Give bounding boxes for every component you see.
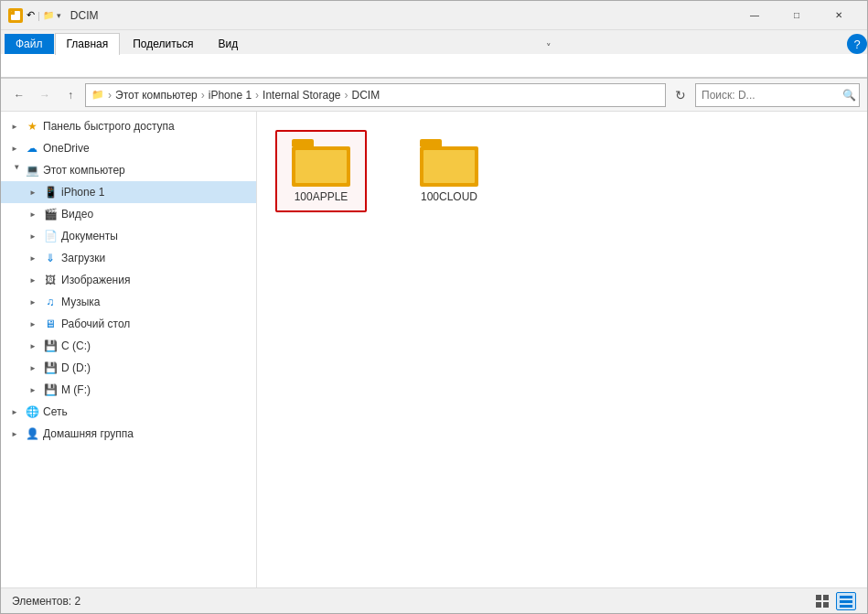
folder-100apple[interactable]: 100APPLE [275, 130, 367, 212]
sidebar-item-desktop[interactable]: ► 🖥 Рабочий стол [1, 313, 256, 335]
list-view-button[interactable] [836, 592, 856, 610]
chevron-network-icon: ► [8, 405, 21, 418]
ribbon-content [1, 54, 867, 78]
explorer-window: ↶ | 📁 ▾ DCIM — □ ✕ Файл Главная Поделить… [0, 0, 868, 614]
search-box[interactable]: 🔍 [695, 83, 860, 107]
ribbon-tab-list: Файл Главная Поделиться Вид ˅ ? [1, 30, 867, 54]
sidebar: ► ★ Панель быстрого доступа ► ☁ OneDrive… [1, 112, 257, 587]
sidebar-item-video[interactable]: ► 🎬 Видео [1, 203, 256, 225]
cloud-icon: ☁ [25, 141, 39, 156]
path-segment-storage: Internal Storage [263, 89, 340, 102]
chevron-drive-c-icon: ► [27, 339, 39, 352]
ribbon-chevron[interactable]: ˅ [546, 42, 552, 54]
video-icon: 🎬 [43, 207, 58, 221]
help-button[interactable]: ? [847, 34, 867, 54]
folder-100apple-label: 100APPLE [295, 190, 348, 203]
folder-icon[interactable]: 📁 [43, 10, 54, 20]
undo-icon[interactable]: ↶ [27, 9, 35, 21]
sidebar-item-onedrive[interactable]: ► ☁ OneDrive [1, 137, 256, 159]
path-segment-computer: Этот компьютер [115, 89, 198, 102]
sidebar-onedrive-label: OneDrive [43, 142, 90, 155]
drive-d-icon: 💾 [43, 361, 58, 375]
sidebar-item-drive-d[interactable]: ► 💾 D (D:) [1, 357, 256, 379]
list-view-icon [840, 595, 852, 608]
sidebar-item-drive-m[interactable]: ► 💾 M (F:) [1, 379, 256, 401]
folder-100cloud-label: 100CLOUD [421, 190, 477, 203]
grid-view-icon [816, 595, 829, 608]
svg-rect-5 [840, 600, 852, 603]
tab-view[interactable]: Вид [206, 33, 250, 54]
quick-access-icons: ↶ | 📁 ▾ [27, 9, 61, 21]
sidebar-item-quick-access[interactable]: ► ★ Панель быстрого доступа [1, 115, 256, 137]
title-bar: ↶ | 📁 ▾ DCIM — □ ✕ [1, 1, 867, 30]
desktop-icon: 🖥 [43, 317, 58, 331]
sidebar-drive-d-label: D (D:) [61, 361, 91, 374]
sidebar-desktop-label: Рабочий стол [61, 318, 130, 330]
homegroup-icon: 👤 [25, 426, 39, 441]
maximize-button[interactable]: □ [776, 1, 818, 30]
svg-rect-4 [840, 596, 852, 598]
sidebar-item-images[interactable]: ► 🖼 Изображения [1, 269, 256, 291]
items-count: Элементов: 2 [12, 595, 80, 608]
downloads-icon: ⇓ [43, 251, 58, 265]
chevron-video-icon: ► [27, 208, 39, 221]
sidebar-homegroup-label: Домашняя группа [43, 427, 134, 440]
sidebar-video-label: Видео [61, 208, 93, 221]
sidebar-item-music[interactable]: ► ♫ Музыка [1, 291, 256, 313]
up-button[interactable]: ↑ [59, 84, 81, 106]
chevron-homegroup-icon: ► [8, 427, 21, 440]
images-icon: 🖼 [43, 273, 58, 287]
tab-home[interactable]: Главная [55, 33, 121, 55]
chevron-downloads-icon: ► [27, 252, 39, 264]
window-title: DCIM [70, 9, 99, 22]
window-controls: — □ ✕ [734, 1, 860, 30]
sidebar-item-homegroup[interactable]: ► 👤 Домашняя группа [1, 423, 256, 445]
tab-share[interactable]: Поделиться [121, 33, 205, 54]
sidebar-docs-label: Документы [61, 230, 118, 242]
search-input[interactable] [702, 89, 839, 102]
view-toggle [812, 592, 856, 610]
chevron-docs-icon: ► [27, 230, 39, 242]
path-segment-dcim: DCIM [352, 89, 380, 102]
folder-100apple-icon [292, 139, 350, 187]
sidebar-computer-label: Этот компьютер [43, 164, 125, 177]
path-icon: 📁 [91, 89, 104, 101]
sidebar-item-downloads[interactable]: ► ⇓ Загрузки [1, 247, 256, 269]
window-icon [8, 8, 23, 23]
sidebar-quick-access-label: Панель быстрого доступа [43, 120, 175, 133]
sidebar-item-this-computer[interactable]: ► 💻 Этот компьютер [1, 159, 256, 181]
docs-icon: 📄 [43, 229, 58, 243]
chevron-desktop-icon: ► [27, 318, 39, 330]
sidebar-item-drive-c[interactable]: ► 💾 C (C:) [1, 335, 256, 357]
content-area: 100APPLE 100CLOUD [257, 112, 867, 587]
close-button[interactable]: ✕ [818, 1, 860, 30]
title-bar-left: ↶ | 📁 ▾ DCIM [8, 8, 99, 23]
sidebar-network-label: Сеть [43, 405, 68, 418]
sidebar-item-network[interactable]: ► 🌐 Сеть [1, 401, 256, 423]
computer-icon: 💻 [25, 163, 39, 178]
folder-100cloud-icon [420, 139, 478, 187]
chevron-drive-m-icon: ► [27, 383, 39, 396]
iphone-icon: 📱 [43, 185, 58, 199]
folder-100cloud[interactable]: 100CLOUD [403, 130, 495, 212]
refresh-button[interactable]: ↻ [670, 84, 691, 106]
svg-rect-3 [823, 602, 829, 608]
ribbon: Файл Главная Поделиться Вид ˅ ? [1, 30, 867, 79]
address-bar: ← → ↑ 📁 › Этот компьютер › iPhone 1 › In… [1, 79, 867, 112]
sidebar-item-iphone[interactable]: ► 📱 iPhone 1 [1, 181, 256, 203]
tab-file[interactable]: Файл [5, 34, 54, 54]
status-bar: Элементов: 2 [1, 587, 867, 613]
sidebar-downloads-label: Загрузки [61, 252, 105, 264]
separator: | [38, 10, 40, 21]
forward-button[interactable]: → [34, 84, 56, 106]
back-button[interactable]: ← [8, 84, 30, 106]
dropdown-arrow[interactable]: ▾ [57, 11, 61, 20]
grid-view-button[interactable] [812, 592, 832, 610]
drive-c-icon: 💾 [43, 339, 58, 353]
sidebar-images-label: Изображения [61, 274, 130, 286]
address-path[interactable]: 📁 › Этот компьютер › iPhone 1 › Internal… [85, 83, 666, 107]
svg-rect-1 [823, 595, 829, 600]
music-icon: ♫ [43, 295, 58, 309]
minimize-button[interactable]: — [734, 1, 776, 30]
sidebar-item-docs[interactable]: ► 📄 Документы [1, 225, 256, 247]
